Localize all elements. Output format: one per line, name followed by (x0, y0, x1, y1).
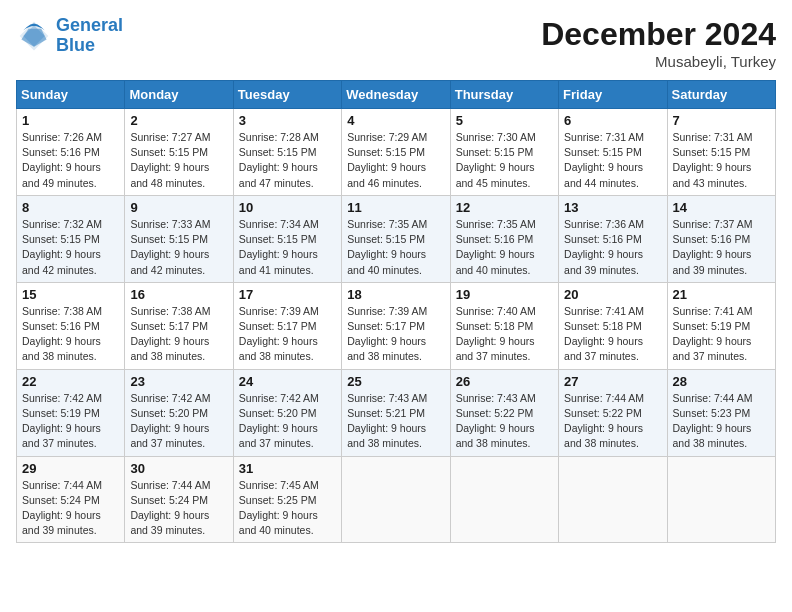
calendar-cell: 16 Sunrise: 7:38 AMSunset: 5:17 PMDaylig… (125, 282, 233, 369)
day-info: Sunrise: 7:29 AMSunset: 5:15 PMDaylight:… (347, 130, 444, 191)
calendar-cell (342, 456, 450, 543)
logo: General Blue (16, 16, 123, 56)
day-number: 6 (564, 113, 661, 128)
day-number: 23 (130, 374, 227, 389)
day-number: 31 (239, 461, 336, 476)
calendar-cell: 30 Sunrise: 7:44 AMSunset: 5:24 PMDaylig… (125, 456, 233, 543)
logo-line1: General (56, 15, 123, 35)
day-info: Sunrise: 7:36 AMSunset: 5:16 PMDaylight:… (564, 217, 661, 278)
title-block: December 2024 Musabeyli, Turkey (541, 16, 776, 70)
calendar-week-row: 1 Sunrise: 7:26 AMSunset: 5:16 PMDayligh… (17, 109, 776, 196)
calendar-cell: 11 Sunrise: 7:35 AMSunset: 5:15 PMDaylig… (342, 195, 450, 282)
weekday-header-friday: Friday (559, 81, 667, 109)
day-number: 26 (456, 374, 553, 389)
logo-text: General Blue (56, 16, 123, 56)
calendar-cell: 26 Sunrise: 7:43 AMSunset: 5:22 PMDaylig… (450, 369, 558, 456)
calendar-cell: 10 Sunrise: 7:34 AMSunset: 5:15 PMDaylig… (233, 195, 341, 282)
calendar-cell: 12 Sunrise: 7:35 AMSunset: 5:16 PMDaylig… (450, 195, 558, 282)
logo-line2: Blue (56, 35, 95, 55)
day-number: 17 (239, 287, 336, 302)
calendar-cell: 17 Sunrise: 7:39 AMSunset: 5:17 PMDaylig… (233, 282, 341, 369)
calendar-week-row: 22 Sunrise: 7:42 AMSunset: 5:19 PMDaylig… (17, 369, 776, 456)
month-title: December 2024 (541, 16, 776, 53)
day-number: 18 (347, 287, 444, 302)
day-info: Sunrise: 7:42 AMSunset: 5:20 PMDaylight:… (239, 391, 336, 452)
day-info: Sunrise: 7:44 AMSunset: 5:24 PMDaylight:… (22, 478, 119, 539)
calendar-cell: 8 Sunrise: 7:32 AMSunset: 5:15 PMDayligh… (17, 195, 125, 282)
calendar-cell: 31 Sunrise: 7:45 AMSunset: 5:25 PMDaylig… (233, 456, 341, 543)
calendar-cell (450, 456, 558, 543)
calendar-cell: 28 Sunrise: 7:44 AMSunset: 5:23 PMDaylig… (667, 369, 775, 456)
day-info: Sunrise: 7:44 AMSunset: 5:24 PMDaylight:… (130, 478, 227, 539)
weekday-header-sunday: Sunday (17, 81, 125, 109)
weekday-header-thursday: Thursday (450, 81, 558, 109)
page-header: General Blue December 2024 Musabeyli, Tu… (16, 16, 776, 70)
day-info: Sunrise: 7:34 AMSunset: 5:15 PMDaylight:… (239, 217, 336, 278)
day-number: 2 (130, 113, 227, 128)
day-number: 3 (239, 113, 336, 128)
calendar-cell: 19 Sunrise: 7:40 AMSunset: 5:18 PMDaylig… (450, 282, 558, 369)
location-title: Musabeyli, Turkey (541, 53, 776, 70)
day-number: 7 (673, 113, 770, 128)
day-info: Sunrise: 7:39 AMSunset: 5:17 PMDaylight:… (239, 304, 336, 365)
day-info: Sunrise: 7:45 AMSunset: 5:25 PMDaylight:… (239, 478, 336, 539)
calendar-cell: 27 Sunrise: 7:44 AMSunset: 5:22 PMDaylig… (559, 369, 667, 456)
day-number: 21 (673, 287, 770, 302)
calendar-cell: 24 Sunrise: 7:42 AMSunset: 5:20 PMDaylig… (233, 369, 341, 456)
calendar-cell: 2 Sunrise: 7:27 AMSunset: 5:15 PMDayligh… (125, 109, 233, 196)
calendar-cell: 22 Sunrise: 7:42 AMSunset: 5:19 PMDaylig… (17, 369, 125, 456)
calendar-cell: 25 Sunrise: 7:43 AMSunset: 5:21 PMDaylig… (342, 369, 450, 456)
day-number: 14 (673, 200, 770, 215)
calendar-cell: 9 Sunrise: 7:33 AMSunset: 5:15 PMDayligh… (125, 195, 233, 282)
day-info: Sunrise: 7:35 AMSunset: 5:15 PMDaylight:… (347, 217, 444, 278)
weekday-header-saturday: Saturday (667, 81, 775, 109)
day-info: Sunrise: 7:26 AMSunset: 5:16 PMDaylight:… (22, 130, 119, 191)
day-info: Sunrise: 7:38 AMSunset: 5:16 PMDaylight:… (22, 304, 119, 365)
day-info: Sunrise: 7:43 AMSunset: 5:21 PMDaylight:… (347, 391, 444, 452)
day-info: Sunrise: 7:37 AMSunset: 5:16 PMDaylight:… (673, 217, 770, 278)
day-number: 11 (347, 200, 444, 215)
day-info: Sunrise: 7:33 AMSunset: 5:15 PMDaylight:… (130, 217, 227, 278)
day-info: Sunrise: 7:42 AMSunset: 5:19 PMDaylight:… (22, 391, 119, 452)
weekday-header-monday: Monday (125, 81, 233, 109)
day-info: Sunrise: 7:44 AMSunset: 5:23 PMDaylight:… (673, 391, 770, 452)
calendar-cell: 23 Sunrise: 7:42 AMSunset: 5:20 PMDaylig… (125, 369, 233, 456)
calendar-cell: 18 Sunrise: 7:39 AMSunset: 5:17 PMDaylig… (342, 282, 450, 369)
day-info: Sunrise: 7:31 AMSunset: 5:15 PMDaylight:… (673, 130, 770, 191)
day-number: 15 (22, 287, 119, 302)
calendar-cell: 3 Sunrise: 7:28 AMSunset: 5:15 PMDayligh… (233, 109, 341, 196)
calendar-cell (667, 456, 775, 543)
day-info: Sunrise: 7:38 AMSunset: 5:17 PMDaylight:… (130, 304, 227, 365)
day-number: 27 (564, 374, 661, 389)
calendar-cell: 15 Sunrise: 7:38 AMSunset: 5:16 PMDaylig… (17, 282, 125, 369)
day-info: Sunrise: 7:28 AMSunset: 5:15 PMDaylight:… (239, 130, 336, 191)
day-info: Sunrise: 7:35 AMSunset: 5:16 PMDaylight:… (456, 217, 553, 278)
day-number: 25 (347, 374, 444, 389)
calendar-cell: 29 Sunrise: 7:44 AMSunset: 5:24 PMDaylig… (17, 456, 125, 543)
calendar-cell: 14 Sunrise: 7:37 AMSunset: 5:16 PMDaylig… (667, 195, 775, 282)
day-number: 16 (130, 287, 227, 302)
calendar-cell (559, 456, 667, 543)
day-info: Sunrise: 7:27 AMSunset: 5:15 PMDaylight:… (130, 130, 227, 191)
weekday-header-tuesday: Tuesday (233, 81, 341, 109)
day-number: 13 (564, 200, 661, 215)
day-info: Sunrise: 7:31 AMSunset: 5:15 PMDaylight:… (564, 130, 661, 191)
day-number: 10 (239, 200, 336, 215)
day-number: 28 (673, 374, 770, 389)
calendar-cell: 7 Sunrise: 7:31 AMSunset: 5:15 PMDayligh… (667, 109, 775, 196)
day-number: 24 (239, 374, 336, 389)
day-info: Sunrise: 7:43 AMSunset: 5:22 PMDaylight:… (456, 391, 553, 452)
day-info: Sunrise: 7:41 AMSunset: 5:18 PMDaylight:… (564, 304, 661, 365)
calendar-cell: 13 Sunrise: 7:36 AMSunset: 5:16 PMDaylig… (559, 195, 667, 282)
day-info: Sunrise: 7:44 AMSunset: 5:22 PMDaylight:… (564, 391, 661, 452)
day-number: 20 (564, 287, 661, 302)
day-number: 30 (130, 461, 227, 476)
day-number: 22 (22, 374, 119, 389)
calendar-header-row: SundayMondayTuesdayWednesdayThursdayFrid… (17, 81, 776, 109)
calendar-cell: 6 Sunrise: 7:31 AMSunset: 5:15 PMDayligh… (559, 109, 667, 196)
calendar-cell: 5 Sunrise: 7:30 AMSunset: 5:15 PMDayligh… (450, 109, 558, 196)
calendar-cell: 1 Sunrise: 7:26 AMSunset: 5:16 PMDayligh… (17, 109, 125, 196)
logo-icon (16, 18, 52, 54)
calendar-cell: 20 Sunrise: 7:41 AMSunset: 5:18 PMDaylig… (559, 282, 667, 369)
day-number: 5 (456, 113, 553, 128)
